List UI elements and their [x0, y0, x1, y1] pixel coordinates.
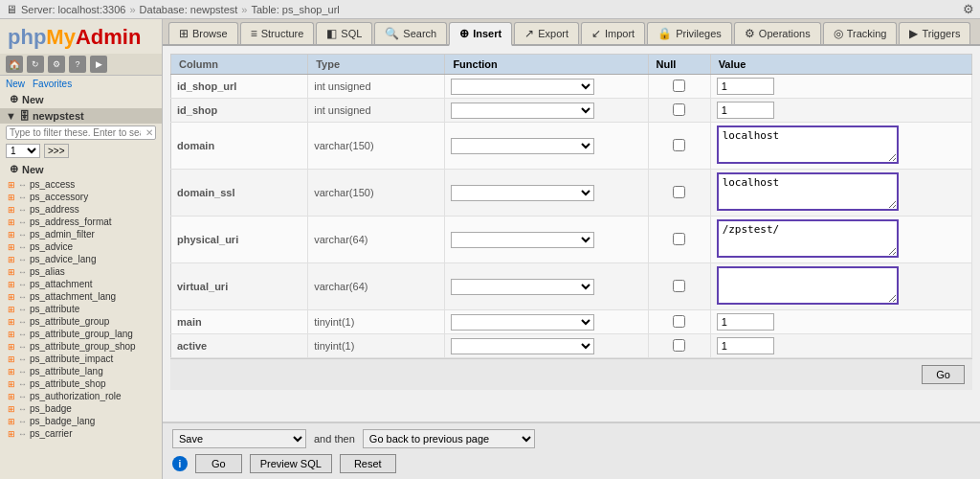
info-icon[interactable]: i [172, 456, 188, 471]
table-item-ps_badge[interactable]: ⊞↔ps_badge [0, 402, 162, 415]
table-item-ps_authorization_role[interactable]: ⊞↔ps_authorization_role [0, 390, 162, 402]
tab-browse[interactable]: ⊞Browse [168, 22, 238, 44]
table-item-ps_advice_lang[interactable]: ⊞↔ps_advice_lang [0, 253, 162, 265]
table-icon: ↔ [18, 404, 27, 414]
table-item-ps_attribute_shop[interactable]: ⊞↔ps_attribute_shop [0, 377, 162, 390]
col-null-virtual_uri [648, 263, 710, 310]
function-select-active[interactable] [451, 338, 594, 354]
browse-tab-icon: ⊞ [179, 27, 189, 40]
help-icon[interactable]: ? [69, 56, 86, 73]
table-item-ps_carrier[interactable]: ⊞↔ps_carrier [0, 427, 162, 440]
table-name-label: ps_badge_lang [30, 416, 95, 426]
col-function-domain_ssl [445, 170, 648, 217]
value-input-main[interactable] [717, 313, 774, 331]
null-checkbox-id_shop[interactable] [673, 103, 685, 116]
tab-insert[interactable]: ⊕Insert [449, 22, 512, 46]
reset-button[interactable]: Reset [340, 454, 396, 473]
null-checkbox-id_shop_url[interactable] [673, 80, 685, 92]
table-item-ps_attribute_lang[interactable]: ⊞↔ps_attribute_lang [0, 365, 162, 377]
value-input-active[interactable] [717, 337, 774, 354]
table-item-ps_accessory[interactable]: ⊞↔ps_accessory [0, 191, 162, 203]
tab-export[interactable]: ↗Export [514, 22, 579, 44]
tab-search[interactable]: 🔍Search [374, 22, 447, 44]
tab-sql[interactable]: ◧SQL [316, 22, 372, 44]
tracking-tab-label: Tracking [847, 28, 887, 39]
function-select-id_shop[interactable] [451, 103, 594, 119]
function-select-domain_ssl[interactable] [451, 185, 594, 201]
null-checkbox-domain_ssl[interactable] [673, 186, 685, 198]
col-function-physical_uri [445, 217, 648, 263]
go-button-bottom[interactable]: Go [922, 365, 965, 384]
null-checkbox-active[interactable] [673, 339, 685, 352]
import-tab-label: Import [605, 28, 635, 39]
table-item-ps_attribute_group[interactable]: ⊞↔ps_attribute_group [0, 315, 162, 328]
table-item-ps_address_format[interactable]: ⊞↔ps_address_format [0, 216, 162, 228]
new-db-icon: ⊕ [10, 93, 18, 105]
value-textarea-physical_uri[interactable]: /zpstest/ [717, 219, 899, 258]
table-search-filter[interactable]: ✕ [6, 125, 156, 140]
null-checkbox-virtual_uri[interactable] [673, 280, 685, 292]
table-item-ps_alias[interactable]: ⊞↔ps_alias [0, 265, 162, 278]
gear-icon[interactable]: ⚙ [963, 2, 974, 16]
value-textarea-domain[interactable]: localhost [717, 125, 899, 164]
function-select-main[interactable] [451, 314, 594, 331]
next-page-button[interactable]: >>> [44, 144, 69, 158]
tab-structure[interactable]: ≡Structure [240, 22, 315, 44]
new-db-button[interactable]: ⊕ New [0, 90, 162, 108]
null-checkbox-main[interactable] [673, 315, 685, 328]
home-icon[interactable]: 🏠 [6, 56, 23, 73]
insert-row-id_shop: id_shop int unsigned [171, 99, 972, 123]
filter-input[interactable] [7, 126, 144, 139]
clear-filter-icon[interactable]: ✕ [144, 127, 155, 138]
page-select[interactable]: 1 [6, 144, 40, 158]
triggers-tab-icon: ▶ [909, 27, 918, 40]
content-area: ⊞Browse≡Structure◧SQL🔍Search⊕Insert↗Expo… [163, 19, 980, 479]
save-select[interactable]: SaveInsert as new rowInsert another new … [172, 429, 306, 448]
col-value-domain_ssl: localhost [710, 170, 971, 217]
function-select-id_shop_url[interactable] [451, 79, 594, 95]
tab-privileges[interactable]: 🔒Privileges [647, 22, 732, 44]
go-back-select[interactable]: Go back to previous pageInsert another r… [363, 429, 535, 448]
table-item-ps_attribute_impact[interactable]: ⊞↔ps_attribute_impact [0, 353, 162, 365]
col-null-main [648, 310, 710, 334]
value-input-id_shop_url[interactable] [717, 78, 774, 95]
more-icon[interactable]: ▶ [90, 56, 107, 73]
table-item-ps_attachment[interactable]: ⊞↔ps_attachment [0, 278, 162, 290]
value-input-id_shop[interactable] [717, 102, 774, 119]
table-item-ps_attribute_group_lang[interactable]: ⊞↔ps_attribute_group_lang [0, 328, 162, 340]
db-item-newpstest[interactable]: ▼ 🗄 newpstest [0, 108, 162, 124]
table-item-ps_admin_filter[interactable]: ⊞↔ps_admin_filter [0, 228, 162, 240]
new-table-button[interactable]: ⊕ New [0, 160, 162, 178]
table-name-label: ps_attribute_shop [30, 378, 106, 389]
table-item-ps_address[interactable]: ⊞↔ps_address [0, 203, 162, 216]
value-textarea-virtual_uri[interactable] [717, 266, 899, 305]
preview-sql-button[interactable]: Preview SQL [250, 454, 332, 473]
structure-tab-label: Structure [261, 28, 304, 39]
table-item-ps_attribute_group_shop[interactable]: ⊞↔ps_attribute_group_shop [0, 340, 162, 353]
go-action-button[interactable]: Go [195, 454, 242, 473]
function-select-domain[interactable] [451, 138, 594, 154]
refresh-icon[interactable]: ↻ [27, 56, 44, 73]
table-item-ps_advice[interactable]: ⊞↔ps_advice [0, 240, 162, 253]
table-name-label: ps_advice [30, 241, 73, 252]
table-name-label: ps_access [30, 179, 75, 190]
tab-triggers[interactable]: ▶Triggers [899, 22, 970, 44]
table-item-ps_access[interactable]: ⊞↔ps_access [0, 178, 162, 191]
tab-tracking[interactable]: ◎Tracking [823, 22, 898, 44]
settings-icon[interactable]: ⚙ [48, 56, 65, 73]
table-item-ps_attribute[interactable]: ⊞↔ps_attribute [0, 303, 162, 315]
table-icon: ↔ [18, 379, 27, 389]
favorites-link[interactable]: Favorites [33, 79, 72, 89]
table-item-ps_attachment_lang[interactable]: ⊞↔ps_attachment_lang [0, 290, 162, 303]
null-checkbox-domain[interactable] [673, 139, 685, 151]
tab-operations[interactable]: ⚙Operations [734, 22, 821, 44]
null-checkbox-physical_uri[interactable] [673, 233, 685, 245]
table-item-ps_badge_lang[interactable]: ⊞↔ps_badge_lang [0, 415, 162, 427]
col-value-id_shop_url [710, 75, 971, 99]
recent-link[interactable]: New [6, 79, 25, 89]
function-select-physical_uri[interactable] [451, 232, 594, 248]
table-arrow-icon: ⊞ [8, 242, 15, 252]
tab-import[interactable]: ↙Import [581, 22, 645, 44]
value-textarea-domain_ssl[interactable]: localhost [717, 172, 899, 211]
function-select-virtual_uri[interactable] [451, 279, 594, 295]
